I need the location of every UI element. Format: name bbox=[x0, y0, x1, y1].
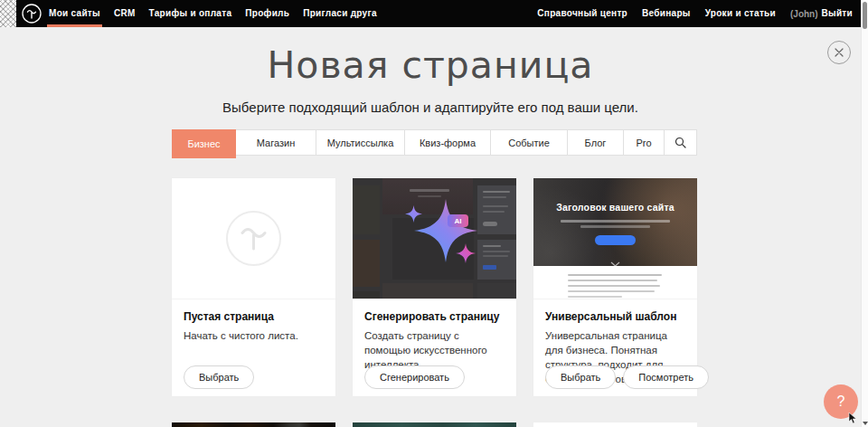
card-blank-page: Пустая страница Начать с чистого листа. … bbox=[172, 178, 335, 396]
menu-invite-friend[interactable]: Пригласи друга bbox=[303, 0, 377, 27]
menu-crm[interactable]: CRM bbox=[114, 0, 136, 27]
topbar: Мои сайты CRM Тарифы и оплата Профиль Пр… bbox=[0, 0, 868, 27]
tab-pro[interactable]: Pro bbox=[624, 129, 665, 156]
search-icon bbox=[675, 137, 686, 148]
template-category-tabs: Бизнес Магазин Мультиссылка Квиз-форма С… bbox=[172, 129, 697, 158]
ai-badge: AI bbox=[448, 214, 468, 227]
tilda-logo-icon[interactable] bbox=[22, 4, 42, 24]
tab-shop[interactable]: Магазин bbox=[236, 129, 316, 156]
menu-tariffs[interactable]: Тарифы и оплата bbox=[149, 0, 232, 27]
card-teal-template[interactable] bbox=[353, 422, 516, 427]
template-preview: Заголовок вашего сайта bbox=[533, 178, 697, 299]
menu-profile[interactable]: Профиль bbox=[245, 0, 289, 27]
choose-blank-button[interactable]: Выбрать bbox=[184, 365, 254, 389]
ai-sparkle-icon bbox=[353, 178, 516, 299]
card-info: Сгенерировать страницу Создать страницу … bbox=[353, 299, 516, 372]
template-headline: Заголовок вашего сайта bbox=[533, 202, 697, 213]
menu-help-center[interactable]: Справочный центр bbox=[537, 0, 627, 27]
template-text-section bbox=[533, 266, 697, 299]
card-universal-template: Заголовок вашего сайта Универсальный шаб… bbox=[533, 178, 697, 396]
scrollbar[interactable] bbox=[861, 0, 868, 427]
tab-business[interactable]: Бизнес bbox=[172, 129, 236, 158]
logout-link[interactable]: Выйти bbox=[822, 0, 853, 27]
help-button[interactable]: ? bbox=[824, 384, 858, 419]
preview-template-button[interactable]: Посмотреть bbox=[623, 365, 709, 389]
page-title: Новая страница bbox=[0, 43, 861, 87]
card-title: Универсальный шаблон bbox=[545, 310, 685, 323]
template-hero: Заголовок вашего сайта bbox=[533, 178, 697, 266]
blank-page-preview bbox=[172, 178, 335, 299]
tab-multilink[interactable]: Мультиссылка bbox=[316, 129, 405, 156]
app-window: Мои сайты CRM Тарифы и оплата Профиль Пр… bbox=[0, 0, 868, 427]
topbar-right-menu: Справочный центр Вебинары Уроки и статьи… bbox=[537, 0, 853, 27]
choose-template-button[interactable]: Выбрать bbox=[545, 365, 616, 389]
tab-event[interactable]: Событие bbox=[491, 129, 568, 156]
user-box: (John) Выйти bbox=[790, 0, 853, 27]
topbar-left-menu: Мои сайты CRM Тарифы и оплата Профиль Пр… bbox=[49, 0, 377, 27]
website-collage: AI bbox=[353, 178, 516, 299]
user-name: (John) bbox=[790, 9, 818, 19]
card-info: Пустая страница Начать с чистого листа. bbox=[172, 299, 335, 343]
card-title: Пустая страница bbox=[184, 310, 324, 323]
scrollbar-down-arrow-icon[interactable] bbox=[863, 422, 868, 425]
card-description: Начать с чистого листа. bbox=[184, 328, 324, 343]
menu-webinars[interactable]: Вебинары bbox=[642, 0, 691, 27]
ai-preview: AI bbox=[353, 178, 516, 299]
card-restaurant-template[interactable] bbox=[172, 422, 335, 427]
generate-button[interactable]: Сгенерировать bbox=[364, 365, 465, 389]
tilda-watermark-icon bbox=[225, 210, 282, 270]
menu-lessons[interactable]: Уроки и статьи bbox=[705, 0, 776, 27]
tab-search[interactable] bbox=[665, 129, 697, 156]
scrollbar-thumb[interactable] bbox=[863, 2, 867, 29]
template-cta-button bbox=[595, 235, 636, 245]
page-subtitle: Выберите подходящий шаблон и адаптируйте… bbox=[0, 100, 861, 115]
tab-quiz-form[interactable]: Квиз-форма bbox=[405, 129, 491, 156]
card-title: Сгенерировать страницу bbox=[364, 310, 505, 323]
tab-blog[interactable]: Блог bbox=[568, 129, 624, 156]
desktop-texture bbox=[0, 0, 16, 27]
menu-my-sites[interactable]: Мои сайты bbox=[49, 0, 100, 27]
card-white-template[interactable] bbox=[533, 422, 697, 427]
card-ai-generate: AI Сгенерировать страницу Создать страни… bbox=[353, 178, 516, 396]
